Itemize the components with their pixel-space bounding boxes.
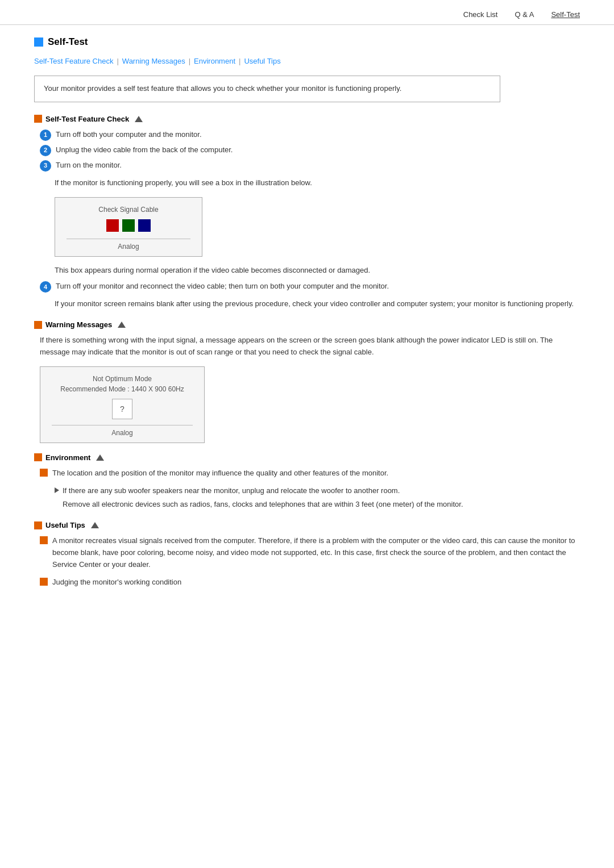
step-4-num: 4: [40, 281, 51, 293]
step-3-text: Turn on the monitor.: [56, 160, 580, 172]
top-navigation: Check List Q & A Self-Test: [0, 0, 614, 25]
question-mark-box: ?: [112, 399, 132, 419]
selftest-header: Self-Test Feature Check: [34, 115, 580, 123]
step-1-text: Turn off both your computer and the moni…: [56, 129, 580, 141]
subnav-sep3: |: [239, 57, 240, 65]
nav-selftest[interactable]: Self-Test: [551, 10, 580, 19]
info-box: Your monitor provides a self test featur…: [34, 76, 500, 102]
useful-tips-header-label: Useful Tips: [45, 521, 85, 529]
environment-bullet-1: The location and the position of the mon…: [40, 468, 580, 479]
color-sq-red: [106, 219, 119, 232]
subnav-useful[interactable]: Useful Tips: [244, 57, 280, 65]
collapse-triangle-icon[interactable]: [135, 116, 143, 122]
monitor-label: Check Signal Cable: [67, 206, 190, 214]
environment-header-label: Environment: [45, 453, 90, 462]
bullet-icon-3: [40, 578, 48, 586]
warning-header-label: Warning Messages: [45, 320, 112, 329]
subnav-selftest[interactable]: Self-Test Feature Check: [34, 57, 113, 65]
monitor-illustration-2: Not Optimum Mode Recommended Mode : 1440…: [40, 366, 205, 443]
subnav-warning[interactable]: Warning Messages: [122, 57, 185, 65]
arrow-icon-1: [55, 487, 59, 493]
arrow-bullet-1-text: If there are any sub woofer speakers nea…: [63, 485, 400, 497]
subnav-environment[interactable]: Environment: [194, 57, 235, 65]
environment-section: Environment The location and the positio…: [34, 453, 580, 511]
environment-bullet-1-text: The location and the position of the mon…: [52, 468, 580, 479]
warning-section-icon: [34, 321, 42, 329]
nav-checklist[interactable]: Check List: [463, 10, 498, 19]
monitor-analog-1: Analog: [67, 239, 190, 251]
sub-navigation: Self-Test Feature Check | Warning Messag…: [34, 57, 580, 65]
arrow-bullet-1: If there are any sub woofer speakers nea…: [55, 485, 580, 497]
nav-qanda[interactable]: Q & A: [515, 10, 534, 19]
warning-section: Warning Messages If there is something w…: [34, 320, 580, 443]
useful-tips-section-icon: [34, 521, 42, 529]
step-3: 3 Turn on the monitor.: [40, 160, 580, 172]
selftest-section-icon: [34, 115, 42, 123]
sub-note: Remove all electronic devices such as ra…: [63, 499, 580, 511]
rec-mode-text: Recommended Mode : 1440 X 900 60Hz: [52, 385, 193, 393]
color-sq-blue: [138, 219, 151, 232]
warning-collapse-icon[interactable]: [118, 322, 126, 328]
warning-header: Warning Messages: [34, 320, 580, 329]
step4-note: If your monitor screen remains blank aft…: [55, 298, 580, 310]
step-2: 2 Unplug the video cable from the back o…: [40, 144, 580, 156]
step-list: 1 Turn off both your computer and the mo…: [40, 129, 580, 172]
box-note: This box appears during normal operation…: [55, 265, 580, 277]
subnav-sep2: |: [189, 57, 190, 65]
step-1-num: 1: [40, 130, 51, 141]
color-sq-green: [122, 219, 135, 232]
color-squares: [67, 219, 190, 232]
step-4-text: Turn off your monitor and reconnect the …: [56, 281, 580, 293]
environment-sub-bullets: If there are any sub woofer speakers nea…: [55, 485, 580, 511]
page-title-icon: [34, 37, 43, 47]
selftest-section: Self-Test Feature Check 1 Turn off both …: [34, 115, 580, 310]
step3-note: If the monitor is functioning properly, …: [55, 177, 580, 189]
step-3-num: 3: [40, 160, 51, 172]
useful-tips-header: Useful Tips: [34, 521, 580, 529]
selftest-header-label: Self-Test Feature Check: [45, 115, 129, 123]
monitor-illustration-1: Check Signal Cable Analog: [55, 197, 202, 257]
step4-list: 4 Turn off your monitor and reconnect th…: [40, 281, 580, 293]
useful-bullet-1: A monitor recreates visual signals recei…: [40, 535, 580, 570]
step-2-text: Unplug the video cable from the back of …: [56, 144, 580, 156]
not-opt-text: Not Optimum Mode: [52, 375, 193, 383]
subnav-sep1: |: [117, 57, 118, 65]
bullet-icon-2: [40, 536, 48, 544]
environment-collapse-icon[interactable]: [96, 454, 104, 461]
monitor-analog-2: Analog: [52, 425, 193, 437]
step-2-num: 2: [40, 145, 51, 156]
main-content: Self-Test Self-Test Feature Check | Warn…: [0, 25, 614, 621]
environment-header: Environment: [34, 453, 580, 462]
useful-bullet-2-text: Judging the monitor's working condition: [52, 577, 580, 589]
info-box-text: Your monitor provides a self test featur…: [44, 84, 401, 93]
page-title: Self-Test: [48, 36, 88, 48]
useful-bullet-1-text: A monitor recreates visual signals recei…: [52, 535, 580, 570]
environment-section-icon: [34, 453, 42, 461]
page-title-section: Self-Test: [34, 36, 580, 48]
useful-bullet-2: Judging the monitor's working condition: [40, 577, 580, 589]
useful-tips-collapse-icon[interactable]: [91, 522, 99, 528]
warning-paragraph: If there is something wrong with the inp…: [40, 335, 580, 358]
step-1: 1 Turn off both your computer and the mo…: [40, 129, 580, 141]
step-4: 4 Turn off your monitor and reconnect th…: [40, 281, 580, 293]
useful-tips-section: Useful Tips A monitor recreates visual s…: [34, 521, 580, 588]
bullet-icon-1: [40, 469, 48, 477]
